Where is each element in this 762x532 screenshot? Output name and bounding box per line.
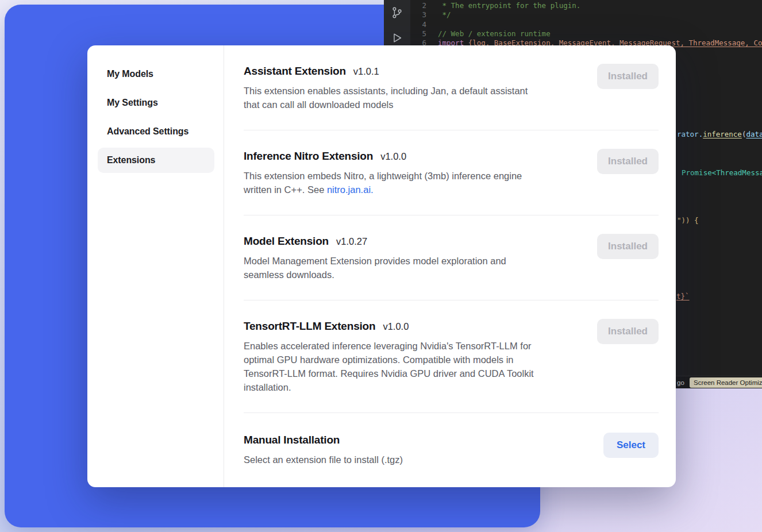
extension-section-assistant: Assistant Extension v1.0.1 This extensio… — [244, 45, 659, 130]
extension-title: Inference Nitro Extension — [244, 149, 373, 164]
settings-modal: My Models My Settings Advanced Settings … — [87, 45, 676, 487]
extension-version: v1.0.0 — [383, 321, 409, 332]
desktop: 2 * The entrypoint for the plugin. 3 */ … — [0, 0, 762, 532]
code-fragment: rator.inference(data)); — [677, 130, 762, 139]
line-number: 4 — [410, 20, 426, 29]
status-text: go — [677, 379, 684, 386]
sidebar-item-advanced-settings[interactable]: Advanced Settings — [98, 119, 214, 144]
line-number: 3 — [410, 10, 426, 20]
run-debug-icon[interactable] — [391, 32, 403, 44]
code-text: * The entrypoint for the plugin. — [438, 1, 580, 10]
extension-description: Model Management Extension provides mode… — [244, 254, 583, 282]
installed-button[interactable]: Installed — [597, 234, 659, 259]
extension-description: This extension enables assistants, inclu… — [244, 84, 583, 111]
code-text: */ — [438, 10, 451, 20]
code-line: 3 */ — [410, 10, 762, 20]
code-fragment: ")) { — [677, 216, 699, 225]
extension-description: This extension embeds Nitro, a lightweig… — [244, 169, 583, 196]
extensions-panel: Assistant Extension v1.0.1 This extensio… — [224, 45, 676, 487]
line-number: 2 — [410, 1, 426, 10]
extension-title: Model Extension — [244, 234, 329, 249]
nitro-jan-ai-link[interactable]: nitro.jan.ai. — [327, 184, 374, 195]
extension-version: v1.0.1 — [353, 66, 379, 77]
installed-button[interactable]: Installed — [597, 149, 659, 174]
manual-installation-title: Manual Installation — [244, 433, 340, 448]
select-file-button[interactable]: Select — [603, 433, 659, 458]
extension-description: Enables accelerated inference leveraging… — [244, 339, 583, 394]
extension-title: TensortRT-LLM Extension — [244, 319, 375, 334]
code-fragment: t}` — [676, 292, 690, 301]
line-number: 5 — [410, 29, 426, 38]
code-text: // Web / extension runtime — [438, 29, 551, 38]
manual-installation-section: Manual Installation Select an extension … — [244, 413, 659, 485]
extension-version: v1.0.0 — [380, 151, 406, 162]
code-fragment: Promise<ThreadMessage> — [682, 168, 762, 178]
extension-section-model: Model Extension v1.0.27 Model Management… — [244, 215, 659, 300]
code-pane[interactable]: 2 * The entrypoint for the plugin. 3 */ … — [410, 1, 762, 48]
code-line: 4 — [410, 20, 762, 29]
installed-button[interactable]: Installed — [597, 64, 659, 89]
sidebar-item-my-settings[interactable]: My Settings — [98, 90, 214, 115]
extension-section-tensorrt: TensortRT-LLM Extension v1.0.0 Enables a… — [244, 300, 659, 413]
extension-section-nitro: Inference Nitro Extension v1.0.0 This ex… — [244, 130, 659, 215]
code-line: 5 // Web / extension runtime — [410, 29, 762, 38]
source-control-icon[interactable] — [391, 6, 403, 19]
code-line: 2 * The entrypoint for the plugin. — [410, 1, 762, 10]
extension-title: Assistant Extension — [244, 64, 346, 79]
screen-reader-chip[interactable]: Screen Reader Optimized — [690, 377, 762, 388]
sidebar-item-extensions[interactable]: Extensions — [98, 148, 214, 173]
manual-installation-description: Select an extension file to install (.tg… — [244, 453, 588, 467]
installed-button[interactable]: Installed — [597, 319, 659, 344]
settings-sidebar: My Models My Settings Advanced Settings … — [87, 45, 224, 487]
extension-version: v1.0.27 — [336, 236, 367, 247]
sidebar-item-my-models[interactable]: My Models — [98, 61, 214, 87]
